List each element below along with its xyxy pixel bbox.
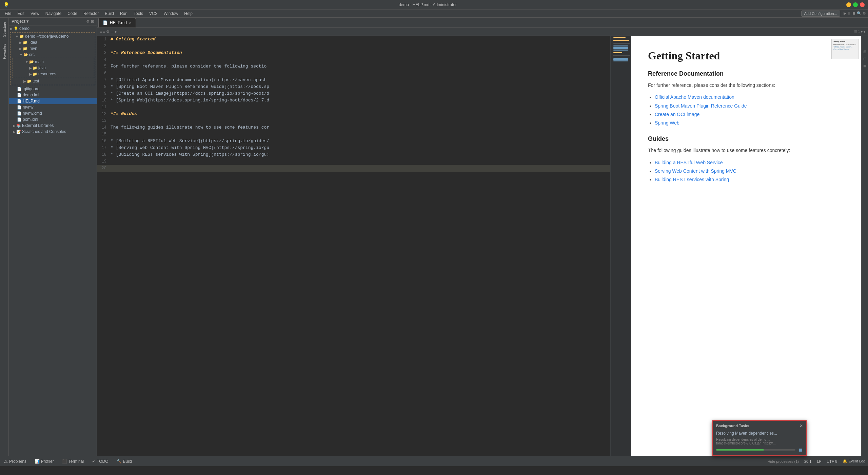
tree-item-test[interactable]: ▶ 📁 test [11, 78, 94, 84]
event-log-button[interactable]: 🔔 Event Log [843, 459, 865, 463]
tree-item-src[interactable]: ▼ 📂 src [11, 52, 94, 58]
menu-code[interactable]: Code [65, 11, 80, 17]
tree-item-scratches[interactable]: ▶ 📝 Scratches and Consoles [9, 129, 97, 135]
problems-label: Problems [9, 459, 26, 464]
line-content[interactable]: * [Building REST services with Spring](h… [109, 151, 610, 158]
line-content[interactable] [109, 158, 610, 165]
tree-label-resources: resources [38, 72, 56, 76]
bottom-tab-profiler[interactable]: 📊 Profiler [33, 459, 55, 464]
folder-icon-idea: 📁 [23, 40, 27, 45]
layout-icon-1[interactable]: ⊞ [863, 50, 866, 54]
line-content[interactable] [109, 70, 610, 77]
bg-tasks-close-button[interactable]: ✕ [800, 423, 803, 428]
code-line: 10* [Spring Web](https://docs.spring.io/… [97, 97, 610, 104]
tree-item-demo-iml[interactable]: 📄 demo.iml [9, 92, 97, 98]
folder-icon-resources: 📁 [33, 72, 37, 76]
sidebar-actions[interactable]: ⚙ ⊞ [86, 19, 94, 24]
menu-view[interactable]: View [28, 11, 42, 17]
folder-icon-mvn: 📁 [23, 46, 27, 51]
menu-edit[interactable]: Edit [15, 11, 27, 17]
menu-build[interactable]: Build [102, 11, 117, 17]
line-content[interactable] [109, 165, 610, 172]
hide-processes-button[interactable]: Hide processes (1) [768, 459, 799, 463]
menu-tools[interactable]: Tools [131, 11, 146, 17]
line-content[interactable]: * [Spring Web](https://docs.spring.io/sp… [109, 97, 610, 104]
add-configuration-button[interactable]: Add Configuration... [801, 11, 840, 17]
line-content[interactable]: * [Official Apache Maven documentation](… [109, 77, 610, 83]
menu-help[interactable]: Help [181, 11, 195, 17]
line-content[interactable] [109, 131, 610, 138]
line-content[interactable] [109, 43, 610, 50]
menu-navigate[interactable]: Navigate [43, 11, 64, 17]
line-content[interactable]: The following guides illustrate how to u… [109, 124, 610, 131]
sidebar-settings-icon[interactable]: ⚙ [86, 19, 90, 24]
line-content[interactable]: * [Create an OCI image](https://docs.spr… [109, 90, 610, 97]
tree-item-demo-path[interactable]: ▼ 📁 demo ~/code/java/demo [11, 33, 94, 39]
editor-settings-icon[interactable]: ☰ 1 ▾ ▾ [854, 30, 865, 34]
tree-item-main[interactable]: ▼ 📂 main [13, 59, 94, 65]
tree-item-resources[interactable]: ▶ 📁 resources [13, 71, 94, 77]
layout-icon-2[interactable]: ⊟ [863, 57, 866, 61]
line-content[interactable] [109, 104, 610, 111]
layout-icon-3[interactable]: ⊠ [863, 64, 866, 68]
guide-link-1[interactable]: Building a RESTful Web Service [655, 160, 723, 165]
line-content[interactable] [109, 117, 610, 124]
sidebar-expand-icon[interactable]: ⊞ [91, 19, 94, 24]
tree-item-mvnw[interactable]: 📄 mvnw [9, 104, 97, 110]
bg-tasks-main-text: Resolving Maven dependencies... [716, 431, 803, 436]
maximize-button[interactable] [853, 2, 858, 7]
line-content[interactable]: * [Spring Boot Maven Plugin Reference Gu… [109, 83, 610, 90]
line-content[interactable]: For further reference, please consider t… [109, 63, 610, 70]
minimap-line [613, 45, 628, 46]
menu-vcs[interactable]: VCS [146, 11, 160, 17]
bottom-tab-build[interactable]: 🔨 Build [115, 459, 134, 464]
guide-link-2[interactable]: Serving Web Content with Spring MVC [655, 168, 736, 174]
bottom-tab-terminal[interactable]: ⬛ Terminal [61, 459, 85, 464]
tree-label-src: src [29, 52, 35, 57]
menu-file[interactable]: File [2, 11, 14, 17]
tree-item-idea[interactable]: ▶ 📁 .idea [11, 39, 94, 45]
guide-link-3[interactable]: Building REST services with Spring [655, 177, 729, 182]
title-bar-title: demo - HELP.md - Administrator [399, 2, 457, 7]
tree-item-java[interactable]: ▶ 📁 java [13, 65, 94, 71]
line-number: 11 [97, 104, 109, 111]
menu-refactor[interactable]: Refactor [81, 11, 101, 17]
ref-link-3[interactable]: Create an OCI image [655, 112, 699, 117]
line-number: 8 [97, 83, 109, 90]
structure-icon[interactable]: Structure [2, 20, 7, 38]
editor-toolbar-icons[interactable]: ≡ ≡ ⚙ — ▸ [100, 30, 117, 34]
tab-close-button[interactable]: ✕ [129, 21, 132, 25]
tree-item-gitignore[interactable]: 📄 .gitignore [9, 86, 97, 92]
line-content[interactable] [109, 56, 610, 63]
line-content[interactable]: # Getting Started [109, 36, 610, 43]
tree-item-demo[interactable]: ▶ 💡 demo [9, 25, 97, 32]
minimize-button[interactable] [846, 2, 851, 7]
bg-tasks-stop-button[interactable]: ⏹ [798, 447, 803, 453]
tree-item-ext-libs[interactable]: ▶ 📚 External Libraries [9, 122, 97, 129]
tree-label-mvnw: mvnw [23, 105, 33, 110]
tree-item-pom-xml[interactable]: 📄 pom.xml [9, 116, 97, 122]
favorites-icon[interactable]: Favorites [2, 42, 7, 60]
tree-item-mvn[interactable]: ▶ 📁 .mvn [11, 45, 94, 52]
line-content[interactable]: ### Reference Documentation [109, 50, 610, 56]
code-line: 1# Getting Started [97, 36, 610, 43]
tree-item-mvnw-cmd[interactable]: 📄 mvnw.cmd [9, 110, 97, 116]
ref-link-4[interactable]: Spring Web [655, 120, 679, 126]
bottom-tab-todo[interactable]: ✓ TODO [91, 459, 110, 464]
close-button[interactable] [860, 2, 865, 7]
tab-help-md[interactable]: 📄 HELP.md ✕ [98, 18, 136, 27]
code-editor[interactable]: 1# Getting Started23### Reference Docume… [97, 36, 610, 456]
title-bar-controls[interactable] [846, 2, 865, 7]
line-number: 13 [97, 117, 109, 124]
ref-link-2[interactable]: Spring Boot Maven Plugin Reference Guide [655, 103, 747, 109]
ref-link-1[interactable]: Official Apache Maven documentation [655, 94, 734, 100]
line-number: 18 [97, 151, 109, 158]
line-content[interactable]: * [Building a RESTful Web Service](https… [109, 138, 610, 145]
menu-run[interactable]: Run [117, 11, 130, 17]
line-content[interactable]: ### Guides [109, 111, 610, 117]
menu-window[interactable]: Window [161, 11, 181, 17]
minimap-line [613, 58, 628, 59]
tree-item-help-md[interactable]: 📄 HELP.md [9, 98, 97, 104]
bottom-tab-problems[interactable]: ⚠ Problems [3, 459, 28, 464]
line-content[interactable]: * [Serving Web Content with Spring MVC](… [109, 145, 610, 151]
